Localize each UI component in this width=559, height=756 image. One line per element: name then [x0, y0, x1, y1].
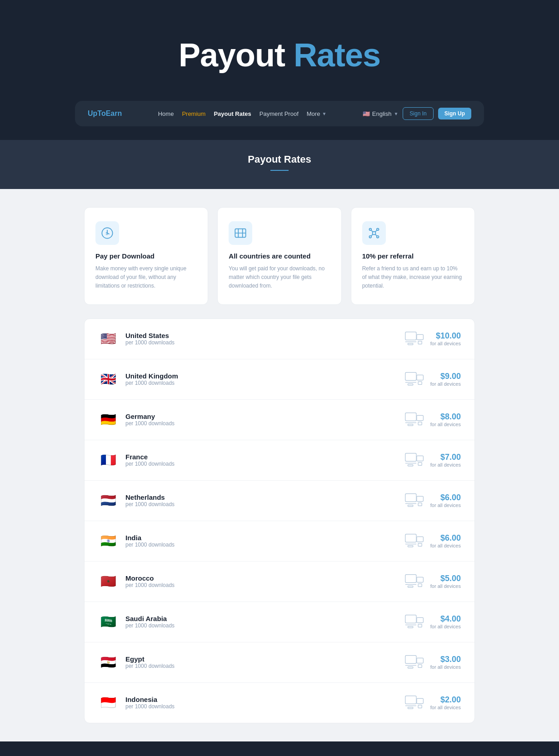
country-sub-6: per 1000 downloads	[125, 582, 175, 588]
rate-info-8: $3.00 for all devices	[405, 655, 461, 670]
svg-rect-30	[408, 464, 413, 466]
nav-link-payment-proof[interactable]: Payment Proof	[260, 110, 299, 117]
rate-info-5: $6.00 for all devices	[405, 533, 461, 549]
nav-item-more[interactable]: More ▼	[307, 110, 327, 117]
flag-4: 🇳🇱	[98, 491, 118, 511]
svg-rect-45	[408, 586, 413, 587]
hero-title: Payout Rates	[9, 36, 550, 74]
nav-item-premium[interactable]: Premium	[182, 109, 205, 118]
feature-icon-2	[362, 221, 386, 245]
svg-rect-46	[418, 583, 422, 586]
nav-item-home[interactable]: Home	[158, 109, 174, 118]
svg-rect-38	[417, 537, 424, 542]
country-name-8: Egypt	[125, 655, 175, 663]
rate-price-1: $9.00	[430, 372, 461, 381]
rate-price-0: $10.00	[430, 331, 461, 341]
flag-1: 🇬🇧	[98, 369, 118, 389]
language-selector[interactable]: 🇺🇸 English ▼	[363, 110, 399, 117]
feature-desc-0: Make money with every single unique down…	[95, 264, 197, 291]
flag-9: 🇮🇩	[98, 693, 118, 713]
nav-link-payout[interactable]: Payout Rates	[214, 110, 251, 117]
rate-label-9: for all devices	[430, 705, 461, 710]
rate-info-4: $6.00 for all devices	[405, 493, 461, 508]
country-sub-0: per 1000 downloads	[125, 339, 175, 346]
country-info-9: 🇮🇩 Indonesia per 1000 downloads	[98, 693, 175, 713]
page-header-section: Payout Rates	[0, 140, 559, 189]
rate-price-3: $7.00	[430, 453, 461, 462]
svg-rect-55	[408, 666, 413, 668]
svg-rect-31	[418, 462, 422, 465]
svg-rect-37	[405, 534, 416, 542]
rate-row-9: 🇮🇩 Indonesia per 1000 downloads $2.00 fo…	[85, 683, 474, 723]
rate-label-5: for all devices	[430, 543, 461, 548]
rate-info-3: $7.00 for all devices	[405, 453, 461, 468]
rate-label-8: for all devices	[430, 664, 461, 670]
devices-icon-9	[405, 695, 424, 711]
svg-rect-47	[405, 615, 416, 623]
nav-link-more[interactable]: More ▼	[307, 110, 327, 117]
feature-card-2: 10% per referral Refer a friend to us an…	[351, 207, 475, 305]
rate-price-4: $6.00	[430, 493, 461, 502]
feature-icon-1	[229, 221, 252, 245]
country-sub-9: per 1000 downloads	[125, 703, 175, 710]
rate-row-7: 🇸🇦 Saudi Arabia per 1000 downloads $4.00…	[85, 602, 474, 642]
svg-rect-51	[418, 624, 422, 627]
devices-icon-2	[405, 412, 424, 428]
nav-links: Home Premium Payout Rates Payment Proof …	[158, 109, 327, 118]
feature-desc-2: Refer a friend to us and earn up to 10% …	[362, 264, 464, 291]
logo[interactable]: UpToEarn	[88, 109, 122, 118]
svg-rect-26	[418, 422, 422, 424]
nav-link-home[interactable]: Home	[158, 110, 174, 117]
country-sub-3: per 1000 downloads	[125, 461, 175, 467]
svg-rect-40	[408, 545, 413, 547]
svg-point-7	[376, 236, 379, 238]
svg-rect-20	[408, 383, 413, 385]
rates-list: 🇺🇸 United States per 1000 downloads $10.…	[84, 318, 475, 723]
rate-price-5: $6.00	[430, 533, 461, 543]
logo-part2: Earn	[106, 109, 122, 117]
country-info-4: 🇳🇱 Netherlands per 1000 downloads	[98, 491, 175, 511]
svg-line-9	[375, 230, 377, 232]
rate-price-8: $3.00	[430, 655, 461, 664]
feature-icon-0: $	[95, 221, 119, 245]
country-name-1: United Kingdom	[125, 372, 178, 380]
devices-icon-3	[405, 453, 424, 468]
country-sub-5: per 1000 downloads	[125, 542, 175, 548]
nav-link-premium[interactable]: Premium	[182, 110, 205, 117]
rate-info-0: $10.00 for all devices	[405, 331, 461, 347]
svg-line-11	[375, 234, 377, 236]
svg-rect-41	[418, 543, 422, 546]
nav-item-payment-proof[interactable]: Payment Proof	[260, 109, 299, 118]
svg-rect-25	[408, 424, 413, 425]
flag-5: 🇮🇳	[98, 531, 118, 551]
devices-icon-0	[405, 331, 424, 347]
devices-icon-8	[405, 655, 424, 670]
more-dropdown-arrow: ▼	[322, 111, 326, 116]
svg-rect-60	[408, 707, 413, 708]
country-info-1: 🇬🇧 United Kingdom per 1000 downloads	[98, 369, 178, 389]
rate-amount-2: $8.00 for all devices	[430, 412, 461, 427]
country-sub-7: per 1000 downloads	[125, 622, 175, 629]
rate-row-5: 🇮🇳 India per 1000 downloads $6.00 for al…	[85, 521, 474, 562]
svg-point-4	[369, 229, 371, 231]
rate-amount-8: $3.00 for all devices	[430, 655, 461, 670]
signin-button[interactable]: Sign In	[403, 107, 433, 120]
rate-row-8: 🇪🇬 Egypt per 1000 downloads $3.00 for al…	[85, 642, 474, 683]
rate-label-6: for all devices	[430, 583, 461, 589]
nav-item-payout[interactable]: Payout Rates	[214, 109, 251, 118]
country-name-3: France	[125, 453, 175, 461]
signup-button[interactable]: Sign Up	[438, 108, 471, 119]
country-info-3: 🇫🇷 France per 1000 downloads	[98, 450, 175, 470]
nav-right: 🇺🇸 English ▼ Sign In Sign Up	[363, 107, 471, 120]
svg-rect-23	[417, 415, 424, 420]
country-name-0: United States	[125, 332, 175, 339]
feature-desc-1: You will get paid for your downloads, no…	[229, 264, 330, 291]
page-header-divider	[270, 170, 289, 171]
flag-2: 🇩🇪	[98, 410, 118, 430]
svg-rect-32	[405, 493, 416, 502]
country-name-5: India	[125, 534, 175, 542]
country-name-2: Germany	[125, 413, 175, 420]
country-name-4: Netherlands	[125, 493, 175, 501]
country-sub-8: per 1000 downloads	[125, 663, 175, 669]
devices-icon-4	[405, 493, 424, 508]
